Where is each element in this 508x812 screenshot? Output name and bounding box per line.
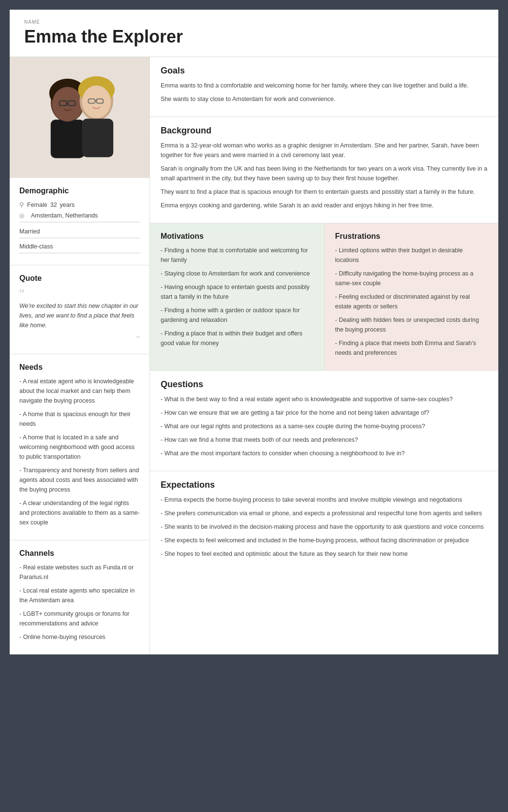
expectations-section: Expectations - Emma expects the home-buy… bbox=[150, 471, 498, 571]
channels-section: Channels - Real estate websites such as … bbox=[10, 540, 149, 654]
questions-item-5: - What are the most important factors to… bbox=[161, 449, 488, 458]
quote-open-mark: " bbox=[19, 288, 140, 301]
motivations-item-4: - Finding a home with a garden or outdoo… bbox=[161, 305, 314, 325]
class-row: Middle-class bbox=[19, 241, 140, 253]
page-container: NAME Emma the Explorer bbox=[10, 10, 498, 654]
left-column: Demographic ⚲ Female 32 years ◎ Amsterda… bbox=[10, 57, 150, 654]
frustrations-section: Frustrations - Limited options within th… bbox=[325, 223, 499, 370]
frustrations-item-4: - Dealing with hidden fees or unexpected… bbox=[335, 315, 488, 334]
needs-title: Needs bbox=[19, 363, 140, 372]
svg-rect-9 bbox=[82, 118, 113, 157]
goals-item-2: She wants to stay close to Amsterdam for… bbox=[161, 94, 488, 104]
motivations-item-3: - Having enough space to entertain guest… bbox=[161, 282, 314, 302]
motivations-item-2: - Staying close to Amsterdam for work an… bbox=[161, 269, 314, 278]
expectations-item-5: - She hopes to feel excited and optimist… bbox=[161, 549, 488, 559]
location-value: Amsterdam, Netherlands bbox=[31, 212, 98, 219]
motivations-title: Motivations bbox=[161, 232, 314, 241]
questions-item-3: - What are our legal rights and protecti… bbox=[161, 421, 488, 431]
background-item-4: Emma enjoys cooking and gardening, while… bbox=[161, 201, 488, 210]
questions-item-4: - How can we find a home that meets both… bbox=[161, 435, 488, 445]
frustrations-item-3: - Feeling excluded or discriminated agai… bbox=[335, 292, 488, 311]
background-item-2: Sarah is originally from the UK and has … bbox=[161, 164, 488, 183]
background-title: Background bbox=[161, 126, 488, 136]
channels-title: Channels bbox=[19, 549, 140, 558]
quote-section: Quote " We're excited to start this new … bbox=[10, 265, 149, 354]
channels-item-4: - Online home-buying resources bbox=[19, 632, 140, 642]
channels-item-3: - LGBT+ community groups or forums for r… bbox=[19, 609, 140, 628]
quote-close-mark: " bbox=[19, 334, 140, 345]
motivations-section: Motivations - Finding a home that is com… bbox=[150, 223, 325, 370]
header: NAME Emma the Explorer bbox=[10, 10, 498, 57]
gender-icon: ⚲ bbox=[19, 201, 24, 208]
needs-item-4: - Transparency and honesty from sellers … bbox=[19, 465, 140, 494]
quote-text: We're excited to start this new chapter … bbox=[19, 301, 140, 330]
needs-item-3: - A home that is located in a safe and w… bbox=[19, 433, 140, 462]
frustrations-item-2: - Difficulty navigating the home-buying … bbox=[335, 269, 488, 288]
motivations-item-5: - Finding a place that is within their b… bbox=[161, 329, 314, 348]
needs-item-2: - A home that is spacious enough for the… bbox=[19, 409, 140, 429]
background-section: Background Emma is a 32-year-old woman w… bbox=[150, 117, 498, 223]
questions-item-2: - How can we ensure that we are getting … bbox=[161, 408, 488, 418]
needs-item-1: - A real estate agent who is knowledgeab… bbox=[19, 377, 140, 406]
goals-item-1: Emma wants to find a comfortable and wel… bbox=[161, 81, 488, 90]
expectations-item-3: - She wants to be involved in the decisi… bbox=[161, 522, 488, 532]
photo-placeholder bbox=[10, 57, 149, 177]
background-item-3: They want to find a place that is spacio… bbox=[161, 187, 488, 197]
goals-section: Goals Emma wants to find a comfortable a… bbox=[150, 57, 498, 117]
background-item-1: Emma is a 32-year-old woman who works as… bbox=[161, 141, 488, 160]
frustrations-item-5: - Finding a place that meets both Emma a… bbox=[335, 338, 488, 358]
profile-photo bbox=[10, 57, 149, 178]
goals-title: Goals bbox=[161, 66, 488, 76]
motivations-item-1: - Finding a home that is comfortable and… bbox=[161, 246, 314, 265]
age-unit: years bbox=[60, 202, 75, 208]
main-content: Demographic ⚲ Female 32 years ◎ Amsterda… bbox=[10, 57, 498, 654]
gender-value: Female bbox=[27, 202, 47, 208]
expectations-item-1: - Emma expects the home-buying process t… bbox=[161, 495, 488, 505]
right-column: Goals Emma wants to find a comfortable a… bbox=[150, 57, 498, 654]
needs-item-5: - A clear understanding of the legal rig… bbox=[19, 498, 140, 527]
demographic-section: Demographic ⚲ Female 32 years ◎ Amsterda… bbox=[10, 178, 149, 265]
expectations-item-2: - She prefers communication via email or… bbox=[161, 508, 488, 518]
frustrations-title: Frustrations bbox=[335, 232, 488, 241]
gender-age-row: ⚲ Female 32 years bbox=[19, 201, 140, 208]
location-icon: ◎ bbox=[19, 212, 27, 219]
frustrations-item-1: - Limited options within their budget in… bbox=[335, 246, 488, 265]
questions-title: Questions bbox=[161, 379, 488, 390]
quote-title: Quote bbox=[19, 274, 140, 283]
questions-item-1: - What is the best way to find a real es… bbox=[161, 394, 488, 404]
demographic-title: Demographic bbox=[19, 187, 140, 195]
questions-section: Questions - What is the best way to find… bbox=[150, 371, 498, 471]
location-row: ◎ Amsterdam, Netherlands bbox=[19, 212, 140, 222]
status-row: Married bbox=[19, 226, 140, 238]
page-title: Emma the Explorer bbox=[24, 27, 484, 47]
expectations-title: Expectations bbox=[161, 480, 488, 490]
channels-item-1: - Real estate websites such as Funda.nl … bbox=[19, 563, 140, 582]
channels-item-2: - Local real estate agents who specializ… bbox=[19, 586, 140, 605]
name-label: NAME bbox=[24, 19, 484, 25]
needs-section: Needs - A real estate agent who is knowl… bbox=[10, 354, 149, 540]
motiv-frustrations-row: Motivations - Finding a home that is com… bbox=[150, 223, 498, 371]
age-value: 32 bbox=[50, 202, 57, 208]
svg-rect-0 bbox=[10, 57, 149, 177]
svg-rect-2 bbox=[51, 119, 85, 158]
expectations-item-4: - She expects to feel welcomed and inclu… bbox=[161, 536, 488, 545]
